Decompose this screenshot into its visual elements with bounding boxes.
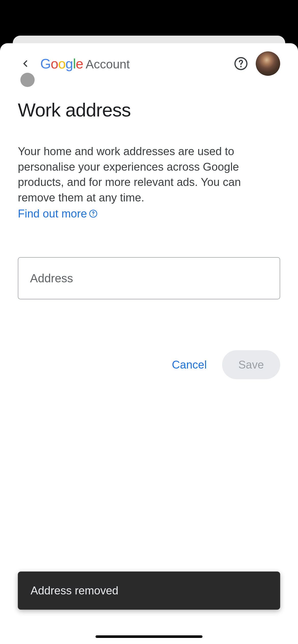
account-label: Account bbox=[86, 57, 130, 71]
save-button[interactable]: Save bbox=[222, 350, 280, 379]
svg-point-3 bbox=[93, 215, 94, 216]
chevron-left-icon bbox=[21, 59, 30, 68]
help-button[interactable] bbox=[233, 56, 249, 71]
svg-point-1 bbox=[240, 66, 242, 67]
help-icon bbox=[234, 56, 248, 71]
address-field-wrap bbox=[18, 257, 280, 299]
cancel-button[interactable]: Cancel bbox=[169, 353, 209, 376]
profile-avatar[interactable] bbox=[256, 51, 280, 76]
header: Google Account bbox=[18, 51, 280, 76]
help-small-icon bbox=[89, 209, 98, 218]
home-indicator[interactable] bbox=[96, 635, 202, 638]
description-text: Your home and work addresses are used to… bbox=[18, 145, 241, 204]
page-title: Work address bbox=[18, 99, 280, 121]
learn-more-link[interactable]: Find out more bbox=[18, 206, 98, 222]
page-description: Your home and work addresses are used to… bbox=[18, 144, 280, 222]
main-sheet: Google Account Work address Your home an… bbox=[0, 43, 298, 644]
touch-indicator bbox=[20, 73, 35, 87]
google-wordmark: Google bbox=[40, 56, 83, 71]
back-button[interactable] bbox=[18, 56, 33, 71]
button-row: Cancel Save bbox=[18, 350, 280, 379]
google-account-logo: Google Account bbox=[40, 56, 226, 71]
toast-message: Address removed bbox=[31, 584, 118, 597]
address-input[interactable] bbox=[18, 257, 280, 299]
learn-more-label: Find out more bbox=[18, 206, 87, 222]
toast-snackbar: Address removed bbox=[18, 572, 280, 610]
